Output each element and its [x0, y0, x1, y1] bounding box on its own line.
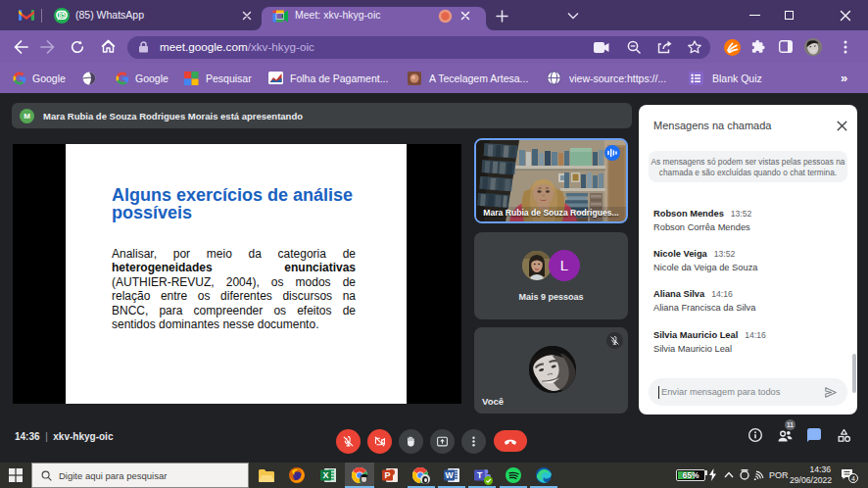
svg-text:P: P	[384, 470, 390, 480]
svg-text:T: T	[477, 470, 483, 480]
svg-text:85: 85	[58, 12, 66, 19]
svg-text:W: W	[445, 470, 454, 480]
svg-text:X: X	[322, 470, 328, 480]
